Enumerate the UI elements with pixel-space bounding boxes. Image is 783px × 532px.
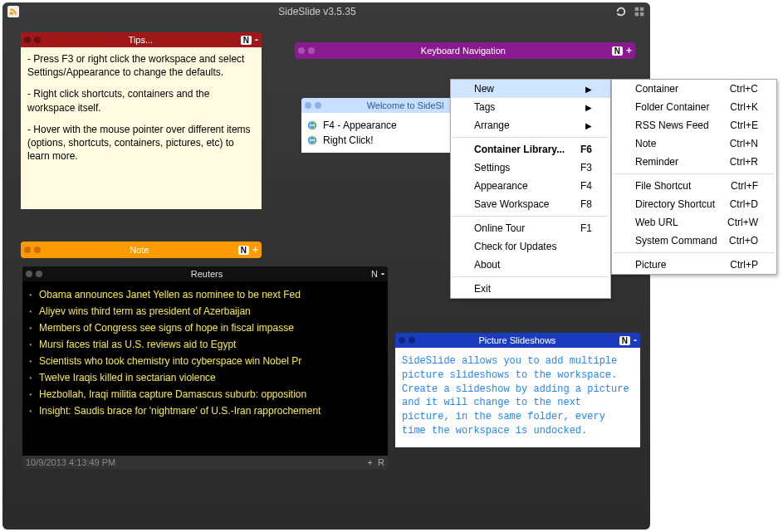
menu-shortcut: Ctrl+W: [727, 217, 758, 228]
menu-shortcut: Ctrl+R: [730, 156, 758, 168]
ie-icon: [306, 134, 318, 146]
menu-item-directory-shortcut[interactable]: Directory ShortcutCtrl+D: [612, 195, 776, 213]
menu-item-folder-container[interactable]: Folder ContainerCtrl+K: [612, 98, 776, 116]
dot-icon[interactable]: [36, 271, 42, 277]
menu-item-web-url[interactable]: Web URLCtrl+W: [612, 213, 776, 232]
menu-item-system-command[interactable]: System CommandCtrl+O: [612, 232, 776, 250]
badge-n[interactable]: N: [371, 269, 378, 279]
menu-item-file-shortcut[interactable]: File ShortcutCtrl+F: [612, 177, 776, 195]
slideshows-body: SideSlide allows you to add multiple pic…: [395, 348, 640, 447]
tips-panel[interactable]: Tips... N - - Press F3 or right click th…: [21, 32, 262, 209]
svg-rect-1: [640, 7, 644, 11]
menu-item-label: Note: [635, 138, 656, 149]
feed-item[interactable]: Members of Congress see signs of hope in…: [26, 320, 384, 336]
menu-item-appearance[interactable]: AppearanceF4: [451, 177, 610, 195]
menu-item-about[interactable]: About: [451, 256, 610, 274]
footer-plus-icon[interactable]: +: [368, 457, 373, 467]
menu-item-picture[interactable]: PictureCtrl+P: [612, 256, 776, 274]
keyboard-nav-panel[interactable]: Keyboard Navigation N +: [295, 42, 635, 59]
menu-item-label: System Command: [635, 235, 717, 246]
menu-item-label: Save Workspace: [474, 198, 550, 210]
dot-icon[interactable]: [399, 337, 405, 344]
dot-icon[interactable]: [308, 47, 315, 54]
slideshows-panel[interactable]: Picture Slideshows N - SideSlide allows …: [395, 333, 640, 447]
menu-separator: [453, 216, 609, 217]
menu-shortcut: F3: [580, 162, 592, 173]
menu-item-new[interactable]: New▶: [451, 80, 610, 98]
ie-icon: [306, 120, 318, 131]
expand-icon[interactable]: +: [252, 244, 258, 256]
note-panel[interactable]: Note N +: [21, 242, 262, 258]
menu-item-container[interactable]: ContainerCtrl+C: [612, 80, 776, 98]
feed-item[interactable]: Hezbollah, Iraqi militia capture Damascu…: [26, 386, 384, 403]
menu-item-container-library[interactable]: Container Library...F6: [451, 140, 610, 159]
menu-shortcut: Ctrl+K: [730, 101, 758, 113]
collapse-icon[interactable]: -: [634, 334, 637, 346]
feed-item[interactable]: Mursi faces trial as U.S. reviews aid to…: [26, 336, 384, 353]
tips-text: - Press F3 or right click the workspace …: [27, 52, 255, 79]
menu-item-settings[interactable]: SettingsF3: [451, 159, 610, 177]
context-menu[interactable]: New▶Tags▶Arrange▶Container Library...F6S…: [450, 79, 611, 299]
app-titlebar: SideSlide v3.5.35: [2, 2, 650, 21]
feed-item[interactable]: Scientists who took chemistry into cyber…: [26, 353, 384, 369]
menu-item-label: File Shortcut: [635, 180, 691, 192]
reuters-panel[interactable]: Reuters N - Obama announces Janet Yellen…: [22, 266, 388, 469]
tips-text: - Right click shortcuts, containers and …: [27, 87, 255, 114]
dot-icon[interactable]: [34, 37, 41, 43]
menu-item-note[interactable]: NoteCtrl+N: [612, 134, 776, 153]
menu-shortcut: F8: [580, 198, 592, 210]
feed-item[interactable]: Insight: Saudis brace for 'nightmare' of…: [26, 403, 384, 419]
menu-shortcut: F6: [580, 144, 592, 155]
tips-titlebar[interactable]: Tips... N -: [21, 32, 262, 47]
menu-item-label: RSS News Feed: [635, 120, 709, 131]
reuters-feed[interactable]: Obama announces Janet Yellen as nominee …: [22, 281, 388, 456]
badge-n[interactable]: N: [619, 336, 630, 345]
footer-refresh-icon[interactable]: R: [378, 457, 384, 467]
menu-separator: [453, 276, 609, 277]
reload-icon[interactable]: [615, 6, 627, 17]
feed-item[interactable]: Aliyev wins third term as president of A…: [26, 303, 384, 320]
reuters-titlebar[interactable]: Reuters N -: [22, 266, 388, 281]
badge-n[interactable]: N: [238, 246, 249, 255]
feed-item[interactable]: Obama announces Janet Yellen as nominee …: [26, 286, 384, 303]
menu-item-online-tour[interactable]: Online TourF1: [451, 219, 610, 237]
menu-shortcut: Ctrl+F: [731, 180, 758, 192]
badge-n[interactable]: N: [241, 36, 252, 45]
reuters-footer: 10/9/2013 4:13:49 PM + R: [22, 456, 388, 469]
dot-icon[interactable]: [24, 246, 31, 253]
badge-n[interactable]: N: [612, 46, 623, 56]
rss-icon[interactable]: [7, 6, 19, 17]
context-submenu-new[interactable]: ContainerCtrl+CFolder ContainerCtrl+KRSS…: [611, 79, 777, 275]
menu-item-label: Arrange: [474, 120, 510, 131]
dot-icon[interactable]: [26, 271, 32, 277]
dot-icon[interactable]: [34, 246, 41, 253]
menu-item-reminder[interactable]: ReminderCtrl+R: [612, 153, 776, 171]
dot-icon[interactable]: [305, 102, 311, 109]
expand-icon[interactable]: +: [626, 45, 632, 56]
menu-separator: [614, 173, 775, 174]
menu-item-label: Appearance: [474, 180, 528, 192]
dot-icon[interactable]: [409, 337, 415, 344]
slideshows-titlebar[interactable]: Picture Slideshows N -: [395, 333, 640, 348]
menu-item-label: Check for Updates: [474, 241, 556, 252]
note-title: Note: [41, 245, 238, 255]
collapse-icon[interactable]: -: [255, 34, 258, 46]
menu-item-label: Reminder: [635, 156, 678, 168]
dot-icon[interactable]: [24, 37, 31, 43]
menu-item-exit[interactable]: Exit: [451, 280, 610, 298]
menu-item-label: About: [474, 259, 500, 271]
feed-item[interactable]: Twelve Iraqis killed in sectarian violen…: [26, 369, 384, 386]
menu-item-save-workspace[interactable]: Save WorkspaceF8: [451, 195, 610, 213]
menu-item-tags[interactable]: Tags▶: [451, 98, 610, 116]
menu-item-arrange[interactable]: Arrange▶: [451, 116, 610, 134]
settings-icon[interactable]: [634, 6, 645, 17]
menu-item-label: Settings: [474, 162, 510, 173]
dot-icon[interactable]: [315, 102, 321, 109]
dot-icon[interactable]: [298, 47, 305, 54]
menu-item-rss-news-feed[interactable]: RSS News FeedCtrl+E: [612, 116, 776, 134]
menu-item-label: Web URL: [635, 217, 678, 228]
menu-item-check-for-updates[interactable]: Check for Updates: [451, 237, 610, 256]
menu-shortcut: Ctrl+D: [730, 198, 758, 210]
reuters-timestamp: 10/9/2013 4:13:49 PM: [26, 457, 115, 467]
collapse-icon[interactable]: -: [381, 268, 384, 280]
